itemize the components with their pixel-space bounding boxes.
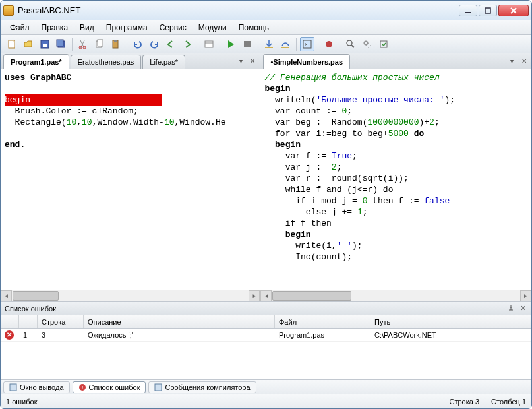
output-icon (9, 383, 17, 391)
svg-rect-28 (380, 41, 387, 47)
svg-rect-8 (57, 40, 63, 46)
right-hscroll[interactable]: ◄ ► (260, 290, 531, 301)
errors-panel: Список ошибок ✕ Строка Описание Файл Пут… (1, 301, 531, 379)
copy-icon[interactable] (92, 37, 107, 51)
minimize-button[interactable] (459, 5, 477, 16)
forward-icon[interactable] (180, 37, 194, 51)
scroll-right-icon[interactable]: ► (520, 290, 531, 301)
svg-rect-19 (244, 41, 251, 47)
col-line[interactable]: Строка (38, 315, 84, 328)
back-icon[interactable] (163, 37, 178, 51)
tab-life[interactable]: Life.pas* (142, 55, 185, 69)
open-file-icon[interactable] (21, 37, 36, 51)
svg-rect-17 (205, 41, 213, 47)
col-file[interactable]: Файл (275, 315, 370, 328)
scroll-left-icon[interactable]: ◄ (1, 290, 12, 301)
compile-icon[interactable] (376, 37, 391, 51)
svg-rect-22 (303, 40, 311, 48)
col-desc[interactable]: Описание (84, 315, 275, 328)
errors-list-icon: ! (78, 383, 86, 391)
error-icon: ✕ (5, 330, 14, 340)
svg-point-27 (367, 44, 370, 47)
run-icon[interactable] (223, 37, 238, 51)
left-pane: Program1.pas* Eratosthenes.pas Life.pas*… (1, 53, 260, 301)
pin-icon[interactable] (506, 304, 516, 313)
find-icon[interactable] (343, 37, 358, 51)
btab-compiler[interactable]: Сообщения компилятора (148, 381, 256, 393)
menu-modules[interactable]: Модули (193, 22, 232, 34)
menu-view[interactable]: Вид (74, 22, 100, 34)
main-window: PascalABC.NET Файл Правка Вид Программа … (0, 0, 532, 409)
toggle-console-icon[interactable] (300, 37, 314, 51)
menu-help[interactable]: Помощь (233, 22, 274, 34)
svg-rect-6 (43, 44, 47, 47)
svg-rect-1 (485, 8, 490, 13)
svg-rect-20 (265, 47, 273, 48)
left-hscroll[interactable]: ◄ ► (1, 290, 260, 301)
right-editor[interactable]: // Генерация больших простых чисел begin… (260, 69, 531, 290)
svg-line-25 (351, 45, 354, 47)
scroll-right-icon[interactable]: ► (249, 290, 260, 301)
replace-icon[interactable] (360, 37, 374, 51)
status-col: Столбец 1 (491, 398, 526, 406)
close-button[interactable] (498, 5, 529, 16)
redo-icon[interactable] (147, 37, 162, 51)
editor-area: Program1.pas* Eratosthenes.pas Life.pas*… (1, 53, 531, 301)
svg-rect-21 (281, 47, 289, 48)
col-path[interactable]: Путь (370, 315, 531, 328)
breakpoint-icon[interactable] (322, 37, 336, 51)
save-icon[interactable] (38, 37, 52, 51)
tab-close-icon[interactable]: ✕ (248, 56, 257, 65)
btab-errors[interactable]: ! Список ошибок (73, 381, 146, 393)
svg-text:!: ! (81, 385, 82, 391)
properties-icon[interactable] (202, 37, 216, 51)
tab-dropdown-icon[interactable]: ▾ (508, 56, 517, 65)
scroll-left-icon[interactable]: ◄ (260, 290, 272, 301)
error-row[interactable]: ✕ 1 3 Ожидалось ';' Program1.pas C:\PABC… (1, 329, 531, 342)
titlebar[interactable]: PascalABC.NET (1, 1, 531, 20)
panel-close-icon[interactable]: ✕ (518, 304, 527, 313)
left-editor[interactable]: uses GraphABC begin Brush.Color := clRan… (1, 69, 260, 290)
error-highlight: begin (5, 94, 162, 106)
step-into-icon[interactable] (262, 37, 276, 51)
errors-panel-title: Список ошибок (5, 305, 56, 313)
right-tabbar: •SimpleNumbers.pas ▾ ✕ (260, 53, 531, 69)
menu-edit[interactable]: Правка (36, 22, 74, 34)
svg-rect-16 (114, 40, 117, 42)
left-tabbar: Program1.pas* Eratosthenes.pas Life.pas*… (1, 53, 260, 69)
svg-rect-32 (155, 384, 162, 391)
tab-dropdown-icon[interactable]: ▾ (236, 56, 245, 65)
tab-eratosthenes[interactable]: Eratosthenes.pas (71, 55, 142, 69)
new-file-icon[interactable] (5, 37, 19, 51)
errors-table-header: Строка Описание Файл Путь (1, 315, 531, 329)
svg-rect-29 (10, 384, 16, 391)
right-pane: •SimpleNumbers.pas ▾ ✕ // Генерация боль… (260, 53, 531, 301)
tab-close-icon[interactable]: ✕ (519, 56, 529, 65)
menu-file[interactable]: Файл (5, 22, 35, 34)
status-errors: 1 ошибок (6, 398, 38, 406)
statusbar: 1 ошибок Строка 3 Столбец 1 (1, 394, 531, 408)
status-line: Строка 3 (450, 398, 480, 406)
btab-output[interactable]: Окно вывода (3, 381, 70, 393)
menu-program[interactable]: Программа (101, 22, 153, 34)
maximize-button[interactable] (479, 5, 497, 16)
bottom-tabbar: Окно вывода ! Список ошибок Сообщения ко… (1, 379, 531, 394)
undo-icon[interactable] (131, 37, 145, 51)
cut-icon[interactable] (76, 37, 90, 51)
paste-icon[interactable] (109, 37, 123, 51)
svg-point-24 (347, 40, 352, 46)
errors-table: Строка Описание Файл Путь ✕ 1 3 Ожидалос… (1, 315, 531, 379)
menu-service[interactable]: Сервис (154, 22, 192, 34)
compiler-icon (154, 383, 162, 391)
save-all-icon[interactable] (54, 37, 69, 51)
step-over-icon[interactable] (278, 37, 293, 51)
stop-icon[interactable] (240, 37, 254, 51)
window-title: PascalABC.NET (18, 5, 459, 15)
errors-panel-header: Список ошибок ✕ (1, 302, 531, 315)
tab-program1[interactable]: Program1.pas* (3, 54, 69, 69)
svg-rect-14 (98, 40, 103, 46)
toolbar (1, 35, 531, 53)
app-icon (3, 5, 14, 16)
tab-simplenumbers[interactable]: •SimpleNumbers.pas (263, 54, 350, 69)
svg-point-23 (326, 41, 332, 47)
